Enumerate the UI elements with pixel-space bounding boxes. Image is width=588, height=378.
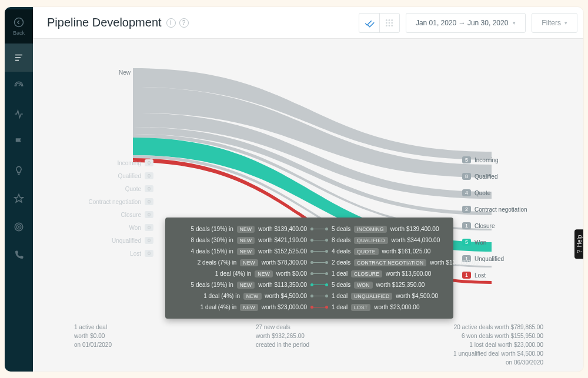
stage-label: Won bbox=[129, 225, 141, 231]
sidebar-item-sort[interactable] bbox=[5, 44, 33, 72]
tooltip-right: 2 deals CONTRACT NEGOTIATION worth $131,… bbox=[327, 259, 479, 266]
sidebar-item-idea[interactable] bbox=[5, 156, 33, 185]
stage-pill: UNQUALIFIED bbox=[351, 293, 392, 300]
stage-pill: NEW bbox=[255, 270, 273, 277]
back-label: Back bbox=[13, 30, 25, 36]
svg-point-8 bbox=[389, 22, 390, 24]
phone-icon bbox=[14, 250, 24, 260]
stage-count-badge: 0 bbox=[145, 237, 153, 244]
footer-line: worth $0.00 bbox=[74, 332, 112, 340]
right-stage-row[interactable]: 1Closure bbox=[462, 218, 550, 234]
app-window: Back Pipeline Development i ? Jan 01, 20… bbox=[5, 7, 583, 372]
date-range-picker[interactable]: Jan 01, 2020 → Jun 30, 2020 ▾ bbox=[406, 13, 526, 33]
left-stage-row: Closure0 bbox=[65, 208, 153, 221]
stage-label: Incoming bbox=[475, 157, 499, 163]
tooltip-row: 1 deal (4%) in NEW worth $0.001 deal CLO… bbox=[173, 268, 445, 279]
right-stage-row[interactable]: 4Quote bbox=[462, 185, 550, 201]
svg-point-10 bbox=[386, 25, 387, 26]
right-stage-row[interactable]: 5Won bbox=[462, 234, 550, 250]
right-stage-row[interactable]: 8Qualified bbox=[462, 168, 550, 185]
flow-connector bbox=[312, 262, 327, 263]
stage-count-badge: 4 bbox=[462, 189, 471, 196]
right-stage-row[interactable]: 2Contract negotiation bbox=[462, 201, 550, 218]
tooltip-row: 4 deals (15%) in NEW worth $152,525.004 … bbox=[173, 246, 445, 257]
svg-point-6 bbox=[392, 19, 393, 21]
right-stage-row[interactable]: 1Lost bbox=[462, 267, 550, 283]
stage-pill: NEW bbox=[240, 304, 258, 311]
grid-icon bbox=[385, 18, 394, 28]
footer-line: on 01/01/2020 bbox=[74, 340, 112, 349]
flow-connector bbox=[312, 240, 327, 240]
left-stage-list: Incoming0Qualified0Quote0Contract negoti… bbox=[65, 156, 153, 260]
chart-view-toggle[interactable] bbox=[359, 14, 379, 32]
view-toggle bbox=[359, 13, 400, 33]
stage-label: Quote bbox=[125, 186, 141, 192]
stage-pill: NEW bbox=[243, 293, 262, 300]
new-label-text: New bbox=[119, 69, 131, 76]
tooltip-left: 5 deals (19%) in NEW worth $113,350.00 bbox=[173, 282, 312, 288]
left-stage-row: Won0 bbox=[65, 221, 153, 234]
stage-pill: NEW bbox=[237, 237, 255, 244]
stage-count-badge: 1 bbox=[462, 222, 471, 229]
svg-point-5 bbox=[389, 19, 390, 21]
date-range-label: Jan 01, 2020 → Jun 30, 2020 bbox=[416, 19, 508, 27]
stage-pill: NEW bbox=[237, 226, 255, 233]
stage-label: Closure bbox=[121, 212, 141, 218]
svg-point-4 bbox=[386, 19, 387, 21]
tooltip-row: 1 deal (4%) in NEW worth $4,500.001 deal… bbox=[173, 290, 445, 302]
help-tab[interactable]: ? Help bbox=[574, 229, 583, 259]
stage-label: Lost bbox=[130, 250, 141, 257]
sidebar-item-target[interactable] bbox=[5, 213, 33, 241]
stage-label: Qualified bbox=[118, 173, 141, 179]
stage-count-badge: 0 bbox=[145, 198, 153, 205]
sidebar-item-flag[interactable] bbox=[5, 128, 33, 156]
star-icon bbox=[14, 193, 24, 204]
sidebar-item-activity[interactable] bbox=[5, 100, 33, 128]
flow-tooltip: 5 deals (19%) in NEW worth $139,400.005 … bbox=[165, 218, 453, 319]
sidebar-item-star[interactable] bbox=[5, 185, 33, 213]
summary-footer: 1 active dealworth $0.00on 01/01/2020 27… bbox=[74, 323, 543, 367]
footer-line: worth $932,265.00 bbox=[256, 332, 309, 340]
checkmarks-icon bbox=[364, 18, 375, 28]
flow-connector bbox=[312, 273, 327, 274]
stage-pill: QUOTE bbox=[354, 248, 379, 255]
stage-pill: CLOSURE bbox=[351, 270, 382, 277]
tooltip-row: 2 deals (7%) in NEW worth $78,300.002 de… bbox=[173, 257, 445, 268]
stage-pill: NEW bbox=[240, 259, 258, 266]
sidebar-item-call[interactable] bbox=[5, 241, 33, 269]
tooltip-right: 4 deals QUOTE worth $161,025.00 bbox=[327, 248, 445, 255]
stage-pill: CONTRACT NEGOTIATION bbox=[354, 259, 426, 266]
info-icon[interactable]: i bbox=[166, 18, 176, 28]
arrow-left-icon bbox=[14, 17, 24, 28]
stage-count-badge: 2 bbox=[462, 206, 471, 213]
back-button[interactable]: Back bbox=[5, 9, 33, 44]
stage-count-badge: 0 bbox=[145, 211, 153, 218]
tooltip-row: 5 deals (19%) in NEW worth $139,400.005 … bbox=[173, 223, 445, 235]
sidebar-item-dashboard[interactable] bbox=[5, 72, 33, 100]
footer-line: 1 unqualified deal worth $4,500.00 bbox=[453, 349, 543, 358]
filters-button[interactable]: Filters ▾ bbox=[532, 13, 577, 33]
tooltip-right: 8 deals QUALIFIED worth $344,090.00 bbox=[327, 237, 445, 243]
footer-mid: 27 new dealsworth $932,265.00created in … bbox=[256, 323, 309, 367]
page-title: Pipeline Development bbox=[47, 16, 162, 29]
right-stage-row[interactable]: 5Incoming bbox=[462, 152, 550, 168]
help-label: Help bbox=[576, 235, 583, 247]
svg-point-9 bbox=[392, 22, 393, 24]
help-icon[interactable]: ? bbox=[179, 18, 189, 28]
tooltip-left: 1 deal (4%) in NEW worth $4,500.00 bbox=[173, 293, 312, 299]
footer-line: 27 new deals bbox=[256, 323, 309, 332]
tooltip-right: 1 deal LOST worth $23,000.00 bbox=[327, 304, 445, 310]
stage-count-badge: 0 bbox=[145, 250, 153, 257]
stage-count-badge: 0 bbox=[145, 159, 153, 166]
left-stage-row: Quote0 bbox=[65, 182, 153, 195]
grid-view-toggle[interactable] bbox=[379, 14, 399, 32]
tooltip-right: 1 deal CLOSURE worth $13,500.00 bbox=[327, 270, 445, 277]
stage-count-badge: 8 bbox=[462, 173, 471, 180]
left-stage-row: Incoming0 bbox=[65, 156, 153, 169]
tooltip-row: 8 deals (30%) in NEW worth $421,190.008 … bbox=[173, 235, 445, 246]
tooltip-row: 1 deal (4%) in NEW worth $23,000.001 dea… bbox=[173, 302, 445, 313]
svg-point-11 bbox=[389, 25, 390, 26]
stage-label: Quote bbox=[475, 190, 490, 196]
sort-icon bbox=[14, 52, 24, 63]
stage-count-badge: 5 bbox=[462, 156, 471, 163]
